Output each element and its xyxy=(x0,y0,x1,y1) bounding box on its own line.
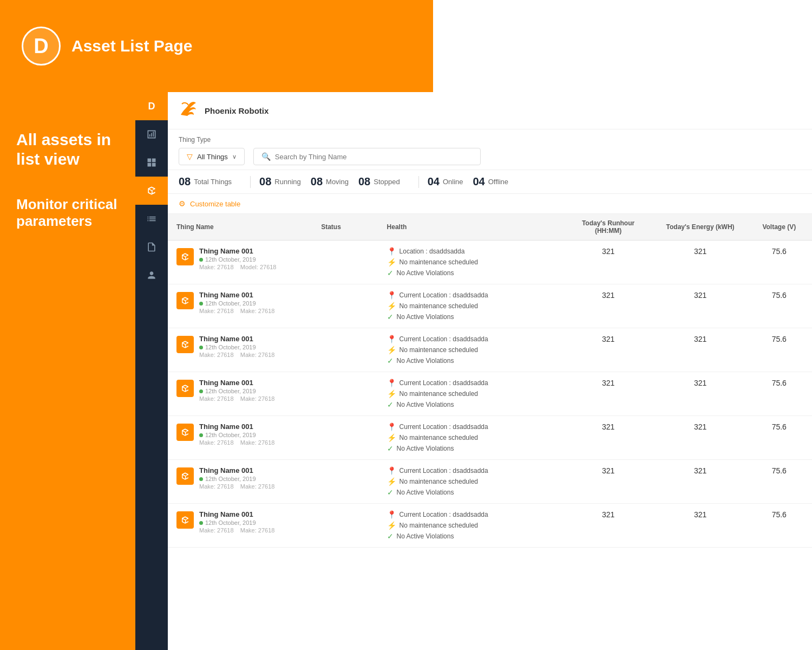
energy-cell: 321 xyxy=(654,416,746,460)
stat-online: 04 Online xyxy=(428,176,473,188)
thing-name: Thing Name 001 xyxy=(199,335,274,343)
voltage-cell: 75.6 xyxy=(746,416,812,460)
thing-type-dropdown[interactable]: ▽ All Things ∨ xyxy=(179,148,245,165)
stat-online-label: Online xyxy=(443,178,463,186)
nav-item-analytics[interactable] xyxy=(135,120,168,148)
voltage-cell: 75.6 xyxy=(746,328,812,372)
runhour-cell: 321 xyxy=(562,372,654,416)
customize-icon: ⚙ xyxy=(179,199,186,208)
table-row[interactable]: Thing Name 001 12th October, 2019 Make: … xyxy=(168,416,812,460)
stat-moving: 08 Moving xyxy=(311,176,358,188)
thing-date: 12th October, 2019 xyxy=(199,432,274,438)
thing-info: Thing Name 001 12th October, 2019 Make: … xyxy=(199,422,274,446)
stat-running: 08 Running xyxy=(259,176,311,188)
violations-icon: ✓ xyxy=(387,269,394,277)
voltage-cell: 75.6 xyxy=(746,284,812,328)
violations-icon: ✓ xyxy=(387,400,394,409)
col-thing-name: Thing Name xyxy=(168,214,312,240)
health-cell: 📍 Current Location : dsaddsadda ⚡ No mai… xyxy=(378,284,562,328)
stat-stopped-number: 08 xyxy=(358,176,370,188)
nav-item-grid[interactable] xyxy=(135,148,168,177)
search-input[interactable] xyxy=(275,153,473,161)
health-cell: 📍 Current Location : dsaddsadda ⚡ No mai… xyxy=(378,416,562,460)
thing-meta: Make: 27618 Make: 27618 xyxy=(199,395,274,402)
maintenance-icon: ⚡ xyxy=(387,302,396,310)
sidebar-text-list-view: All assets in list view xyxy=(16,130,119,169)
voltage-cell: 75.6 xyxy=(746,372,812,416)
thing-icon xyxy=(176,424,194,441)
nav-item-users[interactable] xyxy=(135,261,168,289)
thing-info: Thing Name 001 12th October, 2019 Make: … xyxy=(199,379,274,402)
runhour-cell: 321 xyxy=(562,328,654,372)
thing-date: 12th October, 2019 xyxy=(199,300,274,307)
maintenance-icon: ⚡ xyxy=(387,433,396,442)
status-cell xyxy=(312,416,378,460)
assets-table: Thing Name Status Health Today's Runhour… xyxy=(168,214,812,548)
stat-offline: 04 Offline xyxy=(473,176,508,188)
table-row[interactable]: Thing Name 001 12th October, 2019 Make: … xyxy=(168,372,812,416)
violations-icon: ✓ xyxy=(387,532,394,541)
filters-area: Thing Type ▽ All Things ∨ 🔍 xyxy=(168,129,812,170)
col-runhour: Today's Runhour (HH:MM) xyxy=(562,214,654,240)
nav-item-documents[interactable] xyxy=(135,233,168,261)
thing-name: Thing Name 001 xyxy=(199,422,274,431)
thing-info: Thing Name 001 12th October, 2019 Make: … xyxy=(199,335,274,358)
col-energy: Today's Energy (kWH) xyxy=(654,214,746,240)
stat-online-number: 04 xyxy=(428,176,440,188)
company-header: Phoenix Robotix xyxy=(168,92,812,129)
violations-icon: ✓ xyxy=(387,488,394,497)
search-icon: 🔍 xyxy=(261,152,271,161)
stat-stopped: 08 Stopped xyxy=(358,176,410,188)
nav-item-list[interactable] xyxy=(135,205,168,233)
location-icon: 📍 xyxy=(387,466,396,475)
thing-info: Thing Name 001 12th October, 2019 Make: … xyxy=(199,510,274,534)
violations-icon: ✓ xyxy=(387,313,394,321)
table-row[interactable]: Thing Name 001 12th October, 2019 Make: … xyxy=(168,240,812,284)
energy-cell: 321 xyxy=(654,328,746,372)
health-cell: 📍 Current Location : dsaddsadda ⚡ No mai… xyxy=(378,460,562,504)
logo-letter: D xyxy=(34,35,48,58)
stat-divider-1 xyxy=(250,176,251,188)
table-row[interactable]: Thing Name 001 12th October, 2019 Make: … xyxy=(168,284,812,328)
stat-stopped-label: Stopped xyxy=(374,178,400,186)
customize-label: Customize table xyxy=(190,200,240,208)
search-box[interactable]: 🔍 xyxy=(253,148,481,165)
nav-item-box[interactable] xyxy=(135,177,168,205)
thing-meta: Make: 27618 Make: 27618 xyxy=(199,439,274,446)
runhour-cell: 321 xyxy=(562,460,654,504)
stat-offline-label: Offline xyxy=(488,178,508,186)
stat-total-number: 08 xyxy=(179,176,191,188)
status-cell xyxy=(312,504,378,548)
location-icon: 📍 xyxy=(387,291,396,300)
main-content: Phoenix Robotix Thing Type ▽ All Things … xyxy=(168,92,812,650)
table-row[interactable]: Thing Name 001 12th October, 2019 Make: … xyxy=(168,504,812,548)
location-icon: 📍 xyxy=(387,335,396,343)
thing-icon xyxy=(176,292,194,309)
stat-moving-number: 08 xyxy=(311,176,323,188)
voltage-cell: 75.6 xyxy=(746,504,812,548)
col-status: Status xyxy=(312,214,378,240)
thing-icon xyxy=(176,511,194,529)
energy-cell: 321 xyxy=(654,460,746,504)
logo-circle: D xyxy=(22,27,61,66)
runhour-cell: 321 xyxy=(562,416,654,460)
maintenance-icon: ⚡ xyxy=(387,521,396,530)
status-cell xyxy=(312,460,378,504)
thing-info: Thing Name 001 12th October, 2019 Make: … xyxy=(199,466,274,490)
customize-table-row[interactable]: ⚙ Customize table xyxy=(168,194,812,214)
health-cell: 📍 Current Location : dsaddsadda ⚡ No mai… xyxy=(378,372,562,416)
health-cell: 📍 Current Location : dsaddsadda ⚡ No mai… xyxy=(378,328,562,372)
thing-name: Thing Name 001 xyxy=(199,466,274,474)
runhour-cell: 321 xyxy=(562,504,654,548)
nav-item-dashboard[interactable]: D xyxy=(135,92,168,120)
location-icon: 📍 xyxy=(387,379,396,387)
stat-total: 08 Total Things xyxy=(179,176,241,188)
chevron-down-icon: ∨ xyxy=(232,153,237,160)
table-row[interactable]: Thing Name 001 12th October, 2019 Make: … xyxy=(168,460,812,504)
status-cell xyxy=(312,284,378,328)
table-row[interactable]: Thing Name 001 12th October, 2019 Make: … xyxy=(168,328,812,372)
left-sidebar: All assets in list view Monitor critical… xyxy=(0,92,135,650)
energy-cell: 321 xyxy=(654,372,746,416)
thing-date: 12th October, 2019 xyxy=(199,519,274,526)
stat-moving-label: Moving xyxy=(326,178,349,186)
